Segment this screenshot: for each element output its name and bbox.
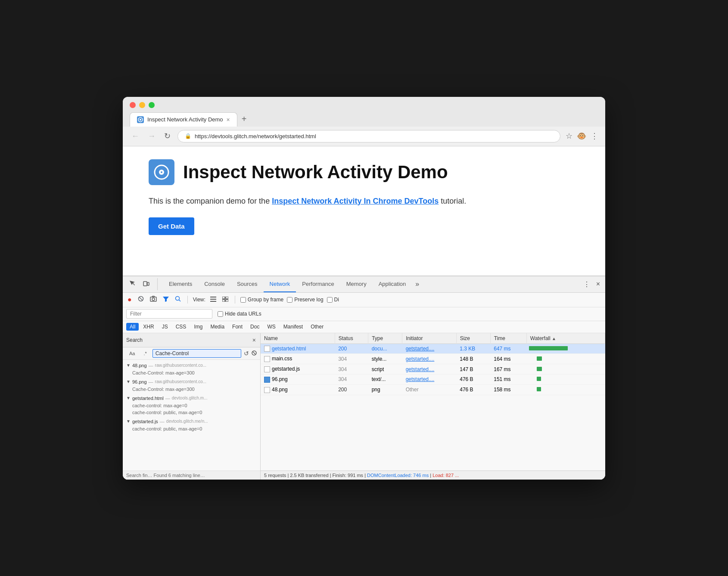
search-result-header-js[interactable]: ▼ getstarted.js — devtools.glitch.me/n..… — [123, 418, 260, 425]
hide-data-urls-label[interactable]: Hide data URLs — [218, 311, 261, 317]
cell-waterfall — [526, 354, 605, 364]
disable-cache-label[interactable]: Di — [327, 297, 339, 303]
clear-button[interactable] — [137, 294, 145, 305]
more-tabs-button[interactable]: » — [412, 276, 423, 292]
group-by-frame-label[interactable]: Group by frame — [240, 297, 283, 303]
preserve-log-label[interactable]: Preserve log — [287, 297, 323, 303]
screenshot-button[interactable] — [149, 294, 158, 305]
page-header: Inspect Network Activity Demo — [149, 159, 579, 185]
tab-memory[interactable]: Memory — [340, 276, 373, 292]
cell-name: 48.png — [261, 384, 335, 395]
table-row[interactable]: 48.png200pngOther476 B158 ms — [261, 384, 605, 395]
filter-row: Hide data URLs — [123, 307, 605, 321]
cell-time: 158 ms — [490, 384, 526, 395]
svg-rect-5 — [143, 282, 147, 286]
device-toolbar-btn[interactable] — [140, 278, 152, 290]
table-row[interactable]: main.css304style...getstarted....148 B16… — [261, 354, 605, 364]
bookmark-icon[interactable]: ☆ — [566, 131, 572, 141]
menu-icon[interactable]: ⋮ — [591, 131, 598, 141]
type-filter-xhr[interactable]: XHR — [140, 323, 157, 331]
tab-console[interactable]: Console — [198, 276, 231, 292]
cell-type: style... — [368, 354, 402, 364]
search-result-item: Cache-Control: max-age=300 — [123, 369, 260, 376]
table-row[interactable]: 96.png304text/...getstarted....476 B151 … — [261, 374, 605, 384]
filter-input[interactable] — [126, 309, 212, 319]
cell-time: 647 ms — [490, 344, 526, 354]
type-filter-js[interactable]: JS — [159, 323, 171, 331]
browser-tab[interactable]: Inspect Network Activity Demo × — [130, 112, 237, 127]
preserve-log-checkbox[interactable] — [287, 297, 292, 303]
sort-arrow: ▲ — [552, 336, 556, 341]
search-result-header-96[interactable]: ▼ 96.png — raw.githubusercontent.co... — [123, 378, 260, 386]
cell-time: 167 ms — [490, 364, 526, 375]
tab-sources[interactable]: Sources — [231, 276, 264, 292]
tab-application[interactable]: Application — [373, 276, 412, 292]
new-tab-button[interactable]: + — [237, 112, 251, 126]
type-filter-font[interactable]: Font — [229, 323, 246, 331]
col-waterfall[interactable]: Waterfall ▲ — [526, 333, 605, 344]
search-result-header-getstarted[interactable]: ▼ getstarted.html — devtools.glitch.m... — [123, 394, 260, 402]
group-by-frame-checkbox[interactable] — [240, 297, 246, 303]
desc-before: This is the companion demo for the — [149, 197, 272, 205]
tab-performance[interactable]: Performance — [296, 276, 340, 292]
page-content: Inspect Network Activity Demo This is th… — [123, 146, 605, 276]
back-button[interactable]: ← — [130, 131, 141, 142]
type-filter-other[interactable]: Other — [307, 323, 327, 331]
svg-rect-15 — [210, 301, 216, 302]
refresh-button[interactable]: ↻ — [162, 130, 172, 142]
filter-button[interactable] — [162, 294, 170, 305]
search-button[interactable] — [174, 294, 182, 305]
minimize-button[interactable] — [139, 102, 145, 108]
forward-button[interactable]: → — [146, 131, 157, 142]
col-status[interactable]: Status — [335, 333, 368, 344]
search-query-input[interactable] — [152, 349, 241, 358]
cell-status: 200 — [335, 344, 368, 354]
svg-rect-14 — [210, 299, 216, 300]
type-filter-manifest[interactable]: Manifest — [280, 323, 306, 331]
table-row[interactable]: getstarted.js304scriptgetstarted....147 … — [261, 364, 605, 375]
type-filter-doc[interactable]: Doc — [247, 323, 263, 331]
col-initiator[interactable]: Initiator — [402, 333, 457, 344]
devtools-link[interactable]: Inspect Network Activity In Chrome DevTo… — [272, 197, 439, 205]
svg-rect-6 — [147, 282, 149, 285]
record-button[interactable]: ● — [126, 294, 133, 305]
maximize-button[interactable] — [149, 102, 155, 108]
search-panel-close-btn[interactable]: × — [252, 336, 257, 344]
type-filter-media[interactable]: Media — [207, 323, 228, 331]
table-scroll[interactable]: Name Status Type Initiator Size Time Wat… — [261, 333, 605, 471]
search-refresh-btn[interactable]: ↺ — [244, 350, 249, 357]
table-row[interactable]: getstarted.html200docu...getstarted....1… — [261, 344, 605, 354]
cell-size: 476 B — [456, 374, 490, 384]
regex-btn[interactable]: .* — [140, 350, 149, 357]
col-time[interactable]: Time — [490, 333, 526, 344]
col-name[interactable]: Name — [261, 333, 335, 344]
avatar-icon[interactable]: 🐵 — [577, 131, 586, 141]
type-filter-all[interactable]: All — [126, 323, 139, 331]
get-data-button[interactable]: Get Data — [149, 217, 194, 235]
search-result-group-js: ▼ getstarted.js — devtools.glitch.me/n..… — [123, 418, 260, 432]
cell-status: 200 — [335, 384, 368, 395]
search-negate-btn[interactable] — [252, 350, 257, 357]
case-sensitive-btn[interactable]: Aa — [126, 350, 138, 357]
svg-rect-13 — [210, 297, 216, 297]
url-bar[interactable]: 🔒 https://devtools.glitch.me/network/get… — [177, 130, 560, 142]
svg-point-10 — [152, 298, 155, 300]
tab-close-btn[interactable]: × — [227, 117, 230, 123]
hide-data-urls-checkbox[interactable] — [218, 311, 223, 317]
devtools-close-btn[interactable]: × — [594, 279, 602, 290]
col-type[interactable]: Type — [368, 333, 402, 344]
devtools-more-options-btn[interactable]: ⋮ — [582, 279, 592, 290]
type-filter-img[interactable]: Img — [190, 323, 206, 331]
list-view-btn[interactable] — [209, 294, 218, 305]
type-filter-ws[interactable]: WS — [264, 323, 279, 331]
detail-view-btn[interactable] — [221, 294, 230, 305]
inspect-element-btn[interactable] — [126, 278, 138, 290]
close-button[interactable] — [130, 102, 136, 108]
disable-cache-checkbox[interactable] — [327, 297, 333, 303]
tab-network[interactable]: Network — [264, 276, 296, 292]
col-size[interactable]: Size — [456, 333, 490, 344]
search-result-header-48[interactable]: ▼ 48.png — raw.githubusercontent.co... — [123, 362, 260, 369]
tab-elements[interactable]: Elements — [163, 276, 198, 292]
search-result-group-getstarted: ▼ getstarted.html — devtools.glitch.m...… — [123, 394, 260, 416]
type-filter-css[interactable]: CSS — [172, 323, 190, 331]
